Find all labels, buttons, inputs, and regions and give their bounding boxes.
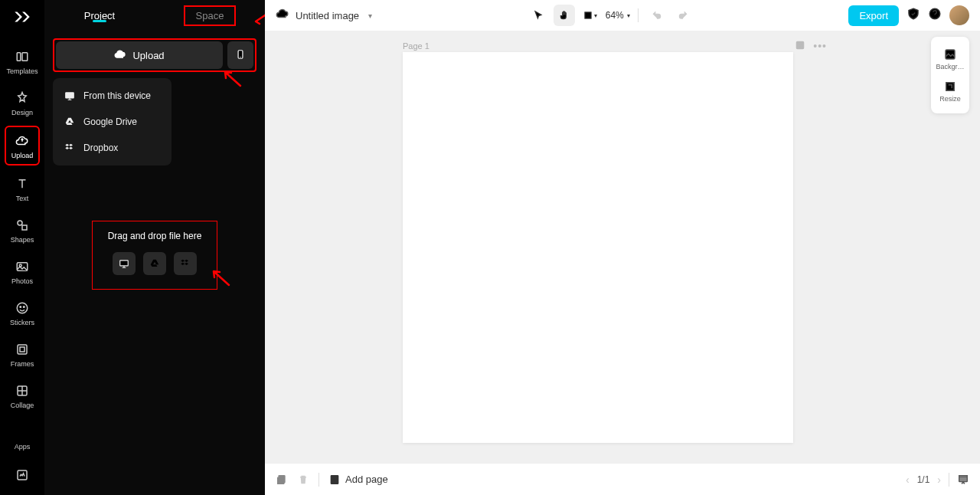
add-page-button[interactable]: Add page xyxy=(328,474,388,486)
topbar-center: ▾ 64%▾ xyxy=(528,5,694,26)
svg-point-6 xyxy=(17,303,28,313)
upload-from-mobile-button[interactable] xyxy=(227,41,253,69)
svg-rect-13 xyxy=(21,428,24,430)
svg-point-7 xyxy=(20,307,21,308)
upload-button[interactable]: Upload xyxy=(56,41,223,69)
tab-label: Space xyxy=(184,5,237,26)
svg-point-2 xyxy=(18,221,22,225)
stickers-icon xyxy=(15,300,30,316)
tab-space[interactable]: Space xyxy=(155,5,265,26)
rail-text[interactable]: Text xyxy=(5,170,40,207)
shield-icon[interactable] xyxy=(906,7,920,24)
rail-stickers[interactable]: Stickers xyxy=(5,294,40,331)
upload-label: Upload xyxy=(132,50,164,61)
collage-icon xyxy=(15,383,30,398)
rail-photos[interactable]: Photos xyxy=(5,253,40,290)
rail-shapes[interactable]: Shapes xyxy=(5,211,40,248)
document-title[interactable]: Untitled image xyxy=(296,10,359,21)
rail-label: Design xyxy=(11,109,33,116)
pages-icon[interactable] xyxy=(276,474,288,486)
frames-icon xyxy=(15,342,30,357)
rail-label: Apps xyxy=(15,443,31,451)
dropdown-google-drive[interactable]: Google Drive xyxy=(53,109,172,135)
dropdown-dropbox[interactable]: Dropbox xyxy=(53,135,172,161)
monitor-icon xyxy=(64,90,76,102)
svg-rect-0 xyxy=(17,53,21,61)
panel-tabs: Project Space xyxy=(44,0,265,31)
redo-button[interactable] xyxy=(672,5,694,26)
add-page-label: Add page xyxy=(345,474,388,485)
rail-bottom-item[interactable] xyxy=(5,461,40,487)
rail-collage[interactable]: Collage xyxy=(5,377,40,414)
resize-tool[interactable]: Resize xyxy=(934,75,966,107)
dropzone-device-button[interactable] xyxy=(113,252,136,275)
dropdown-label: From this device xyxy=(83,90,151,101)
delete-page-icon[interactable] xyxy=(297,474,309,486)
app-logo[interactable] xyxy=(11,6,33,28)
page-counter: 1/1 xyxy=(917,474,930,485)
page-settings-icon[interactable] xyxy=(795,40,805,53)
cursor-tool[interactable] xyxy=(528,5,549,26)
rail-upload[interactable]: Upload xyxy=(5,126,40,166)
svg-rect-15 xyxy=(18,431,20,434)
main-area: Untitled image ▾ ▾ 64%▾ Export Page 1 ••… xyxy=(265,0,980,495)
help-icon[interactable] xyxy=(928,7,942,24)
rail-design[interactable]: Design xyxy=(5,84,40,121)
svg-rect-3 xyxy=(22,225,27,230)
next-page-button[interactable]: › xyxy=(937,474,941,486)
export-button[interactable]: Export xyxy=(848,5,899,26)
svg-rect-12 xyxy=(18,428,20,430)
divider xyxy=(318,473,319,487)
background-tool[interactable]: Backgr… xyxy=(934,43,966,75)
dropzone-gdrive-button[interactable] xyxy=(143,252,166,275)
design-icon xyxy=(15,90,30,106)
rail-frames[interactable]: Frames xyxy=(5,336,40,372)
svg-rect-17 xyxy=(24,431,27,434)
rail-label: Upload xyxy=(11,152,34,159)
canvas-page[interactable] xyxy=(403,52,793,443)
svg-rect-20 xyxy=(66,93,74,98)
hand-tool[interactable] xyxy=(554,5,575,26)
topbar-right: Export xyxy=(848,5,969,26)
upload-dropdown: From this device Google Drive Dropbox xyxy=(53,78,172,166)
present-icon[interactable] xyxy=(957,474,969,486)
zoom-value: 64% xyxy=(606,10,624,21)
dropdown-label: Google Drive xyxy=(83,116,137,127)
svg-rect-16 xyxy=(21,431,24,434)
dropzone[interactable]: Drag and drop file here xyxy=(92,221,218,290)
svg-point-8 xyxy=(24,307,25,308)
apps-icon xyxy=(15,425,30,440)
rail-apps[interactable]: Apps xyxy=(5,418,40,455)
divider xyxy=(949,473,949,487)
google-drive-icon xyxy=(64,116,76,128)
annotation-arrow xyxy=(209,268,232,288)
user-avatar[interactable] xyxy=(949,5,969,25)
rail-templates[interactable]: Templates xyxy=(5,43,40,80)
rail-label: Text xyxy=(16,195,29,202)
canvas-size-dropdown[interactable]: ▾ xyxy=(580,5,601,26)
cloud-icon xyxy=(276,7,289,24)
dropbox-icon xyxy=(64,142,76,154)
dropdown-label: Dropbox xyxy=(83,143,118,153)
topbar: Untitled image ▾ ▾ 64%▾ Export xyxy=(265,0,980,31)
page-label: Page 1 xyxy=(403,41,430,51)
bottombar-right: ‹ 1/1 › xyxy=(906,473,969,487)
tab-project[interactable]: Project xyxy=(44,10,155,21)
bottombar-left: Add page xyxy=(276,473,388,487)
canvas-area: Page 1 ••• Backgr… Resize xyxy=(265,31,980,463)
dropdown-from-device[interactable]: From this device xyxy=(53,83,172,109)
rail-label: Shapes xyxy=(11,236,34,244)
svg-rect-21 xyxy=(120,261,129,266)
chevron-down-icon[interactable]: ▾ xyxy=(368,11,372,20)
dropzone-dropbox-button[interactable] xyxy=(174,252,197,275)
page-more-icon[interactable]: ••• xyxy=(813,40,827,53)
undo-button[interactable] xyxy=(646,5,668,26)
rail-label: Stickers xyxy=(10,319,34,326)
upload-icon xyxy=(15,133,30,149)
svg-rect-1 xyxy=(22,53,28,61)
text-icon xyxy=(15,176,30,192)
svg-rect-10 xyxy=(20,347,24,352)
zoom-control[interactable]: 64%▾ xyxy=(606,10,630,21)
divider xyxy=(638,8,639,22)
prev-page-button[interactable]: ‹ xyxy=(906,474,910,486)
